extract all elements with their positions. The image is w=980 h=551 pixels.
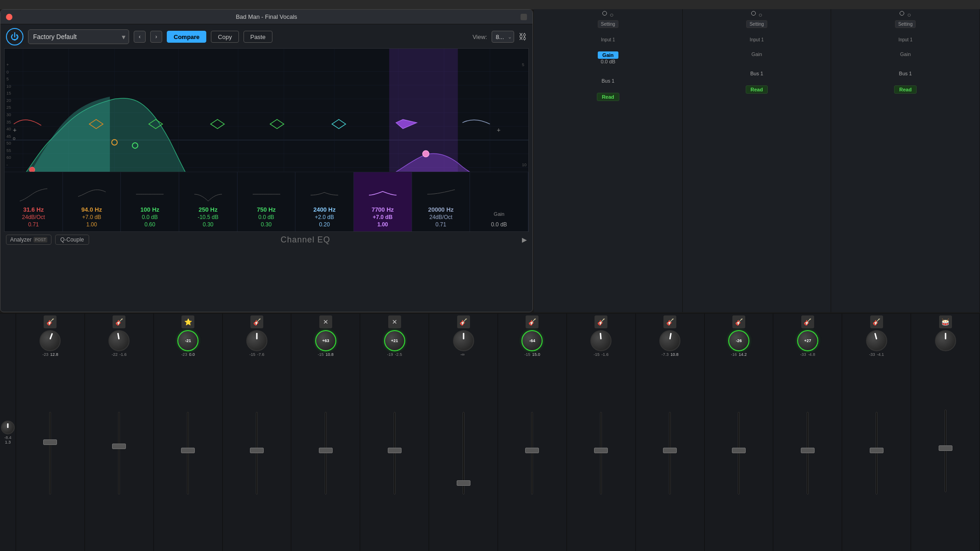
gain-active-btn[interactable]: Gain [598,51,618,59]
band-info-6[interactable]: 2400 Hz +2.0 dB 0.20 [295,172,354,231]
band-mini-graph-2 [78,185,106,203]
svg-point-36 [423,151,429,157]
ch6-knob[interactable]: +21 [384,330,405,351]
setting-btn-1[interactable]: Setting [598,20,618,28]
right1-knob[interactable] [935,330,956,351]
close-button[interactable] [6,14,12,20]
ch5-num2: 10.8 [326,352,334,357]
ch1-fader[interactable] [17,357,84,549]
ch6-fader[interactable] [361,357,428,549]
ch7-knob[interactable] [453,330,474,351]
svg-text:+: + [13,126,17,134]
band-info-5[interactable]: 750 Hz 0.0 dB 0.30 [238,172,296,231]
nav-prev-button[interactable]: ‹ [134,31,146,43]
ch12-fader[interactable] [774,357,841,549]
ch13-icon: 🎸 [870,315,883,328]
power-icon: ⏻ [11,32,19,42]
read-btn-3[interactable]: Read [894,85,917,94]
plugin-titlebar: Bad Man - Final Vocals [0,10,532,24]
ch11-num2: 14.2 [739,352,747,357]
ch13-knob[interactable] [866,330,887,351]
fader-ch-4: 🎸 -15 -7.6 [223,314,292,551]
band-info-8[interactable]: 20000 Hz 24dB/Oct 0.71 [412,172,470,231]
ch8-fader[interactable] [499,357,566,549]
ch5-num1: -15 [318,352,324,357]
ch10-num1: -7.3 [662,352,669,357]
ch7-icon: 🎸 [457,315,470,328]
compare-button[interactable]: Compare [167,31,206,43]
read-btn-2[interactable]: Read [746,85,768,94]
input-label-2: Input 1 [750,37,764,42]
ch2-knob[interactable] [108,330,130,351]
band6-gain: +2.0 dB [315,214,334,220]
ch3-numbers: -23 0.0 [181,352,195,357]
band-mini-graph-7 [369,185,397,203]
paste-button[interactable]: Paste [244,31,272,43]
play-button[interactable]: ▶ [522,236,527,243]
ch4-num2: -7.6 [257,352,265,357]
ch8-icon: 🎸 [526,315,538,328]
ch9-fader[interactable] [568,357,634,549]
ch7-num1: -∞ [460,352,465,357]
ch8-num1: -15 [524,352,530,357]
preset-select[interactable]: Factory Default [28,29,129,44]
ch6-num1: -19 [387,352,393,357]
band-info-4[interactable]: 250 Hz -10.5 dB 0.30 [179,172,238,231]
ch7-fader[interactable] [430,357,497,549]
setting-btn-2[interactable]: Setting [746,20,767,28]
view-select-wrapper: 8... [492,31,514,43]
ch10-fader[interactable] [637,357,703,549]
band5-q: 0.30 [261,221,272,228]
gain-label-2: Gain [751,51,762,57]
setting-btn-3[interactable]: Setting [895,20,916,28]
qcouple-button[interactable]: Q-Couple [55,235,89,245]
ch9-knob[interactable] [590,330,612,351]
ch11-fader[interactable] [706,357,772,549]
band-info-1[interactable]: 31.6 Hz 24dB/Oct 0.71 [5,172,63,231]
right1-fader[interactable] [912,352,979,549]
right-channel-3: ○ Setting Input 1 Gain Bus 1 Read [831,9,980,312]
ch5-knob[interactable]: +63 [315,330,336,351]
ch2-fader[interactable] [86,357,153,549]
ch3-knob[interactable]: -21 [177,330,198,351]
analyzer-button[interactable]: Analyzer POST [6,235,51,245]
ch4-knob[interactable] [246,330,267,351]
channel-eq-label: Channel EQ [93,235,518,245]
band-info-3[interactable]: 100 Hz 0.0 dB 0.60 [121,172,179,231]
band4-q: 0.30 [203,221,213,228]
ch11-knob[interactable]: -26 [728,330,749,351]
minmax-button[interactable] [521,14,527,20]
copy-button[interactable]: Copy [211,31,238,43]
band-info-2[interactable]: 94.0 Hz +7.0 dB 1.00 [63,172,121,231]
daw-top-bar [0,0,980,10]
ch1-numbers: -23 12.8 [42,352,58,357]
band7-gain: +7.0 dB [373,214,392,220]
ch3-num2: 0.0 [189,352,195,357]
read-btn-1[interactable]: Read [597,93,619,101]
fader-ch-5: ✕ +63 -15 10.8 [291,314,360,551]
link-button[interactable]: ⛓ [519,32,527,42]
ch13-fader[interactable] [843,357,910,549]
band-mini-graph-6 [311,185,338,203]
ch5-fader[interactable] [292,357,359,549]
ch3-fader[interactable] [155,357,221,549]
nav-next-button[interactable]: › [150,31,162,43]
ch12-knob[interactable]: +27 [797,330,818,351]
eq-display[interactable]: +051015 2025303540 45505560- 510 [4,48,529,232]
ch9-icon: 🎸 [595,315,607,328]
main-pan-knob[interactable] [1,421,15,434]
ch10-knob[interactable] [659,330,680,351]
ch5-icon: ✕ [319,315,332,328]
preset-wrapper: Factory Default [28,29,129,44]
pan-value: -8.4 [4,435,11,440]
ch8-knob[interactable]: -64 [521,330,543,351]
ch4-fader[interactable] [224,357,290,549]
power-button[interactable]: ⏻ [6,28,23,45]
ch1-knob[interactable] [40,330,61,351]
ch13-num1: -33 [869,352,875,357]
band-info-7[interactable]: 7700 Hz +7.0 dB 1.00 [354,172,412,231]
ch2-num2: -1.6 [119,352,127,357]
pan-value2: 1.3 [5,440,11,444]
ch3-icon: ⭐ [181,315,194,328]
view-select[interactable]: 8... [492,31,514,43]
